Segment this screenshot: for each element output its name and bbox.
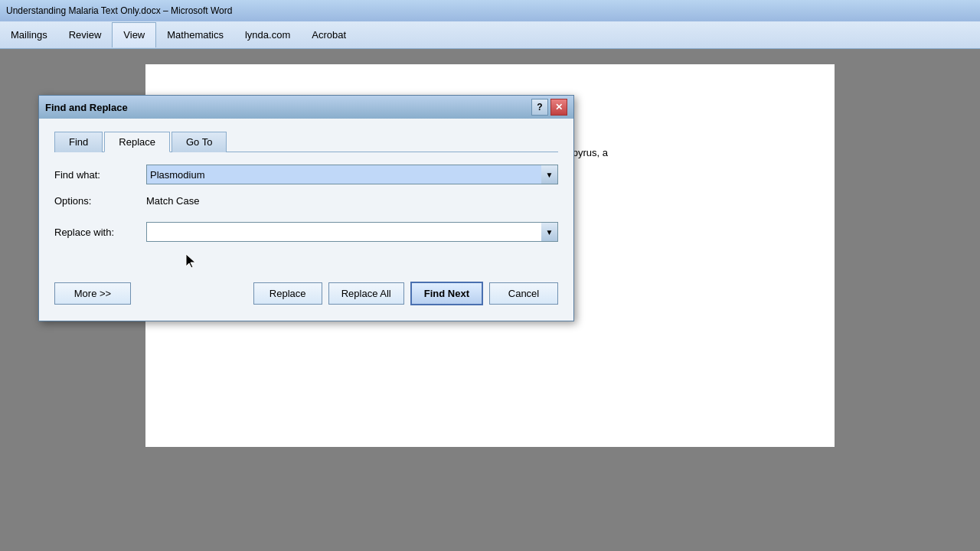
title-bar: Understanding Malaria Text Only.docx – M… <box>0 0 980 21</box>
replace-with-input[interactable] <box>146 222 558 242</box>
tab-goto[interactable]: Go To <box>172 132 227 152</box>
dialog-body: Find Replace Go To Find what: ▼ Opti <box>39 119 573 321</box>
cancel-button[interactable]: Cancel <box>489 282 558 305</box>
find-what-row: Find what: ▼ <box>54 165 558 184</box>
find-next-button[interactable]: Find Next <box>410 282 483 305</box>
cursor-area <box>54 253 558 276</box>
tab-lynda[interactable]: lynda.com <box>234 23 301 47</box>
find-what-label: Find what: <box>54 169 146 181</box>
options-value: Match Case <box>146 195 199 207</box>
tab-mathematics[interactable]: Mathematics <box>156 23 234 47</box>
replace-with-row: Replace with: ▼ <box>54 222 558 242</box>
options-row: Options: Match Case <box>54 195 558 207</box>
replace-with-dropdown[interactable]: ▼ <box>541 222 558 242</box>
replace-button[interactable]: Replace <box>253 282 322 305</box>
buttons-row: More >> Replace Replace All Find Next Ca… <box>54 282 558 305</box>
more-button[interactable]: More >> <box>54 282 131 305</box>
dialog-title-text: Find and Replace <box>45 102 128 113</box>
title-bar-text: Understanding Malaria Text Only.docx – M… <box>6 5 232 16</box>
options-label: Options: <box>54 195 146 207</box>
replace-with-label: Replace with: <box>54 227 146 238</box>
document-background: Understanding Malaria History of Malaria… <box>0 49 980 551</box>
svg-marker-0 <box>186 254 195 268</box>
close-button[interactable]: ✕ <box>550 99 567 116</box>
ribbon-bar: Mailings Review View Mathematics lynda.c… <box>0 21 980 49</box>
tab-replace[interactable]: Replace <box>104 132 170 152</box>
dialog-tab-row: Find Replace Go To <box>54 131 558 152</box>
tab-view[interactable]: View <box>112 22 156 47</box>
find-what-input-container: ▼ <box>146 165 558 184</box>
dialog-title-bar: Find and Replace ? ✕ <box>39 96 573 119</box>
find-replace-dialog: Find and Replace ? ✕ Find Replace Go To <box>38 95 574 321</box>
tab-review[interactable]: Review <box>58 23 113 47</box>
replace-all-button[interactable]: Replace All <box>328 282 404 305</box>
mouse-cursor <box>185 253 198 272</box>
find-what-input[interactable] <box>146 165 558 184</box>
replace-with-input-container: ▼ <box>146 222 558 242</box>
tab-acrobat[interactable]: Acrobat <box>301 23 357 47</box>
tab-find[interactable]: Find <box>54 132 103 152</box>
find-what-dropdown[interactable]: ▼ <box>541 165 558 184</box>
dialog-title-buttons: ? ✕ <box>531 99 567 116</box>
help-button[interactable]: ? <box>531 99 548 116</box>
tab-mailings[interactable]: Mailings <box>0 23 58 47</box>
